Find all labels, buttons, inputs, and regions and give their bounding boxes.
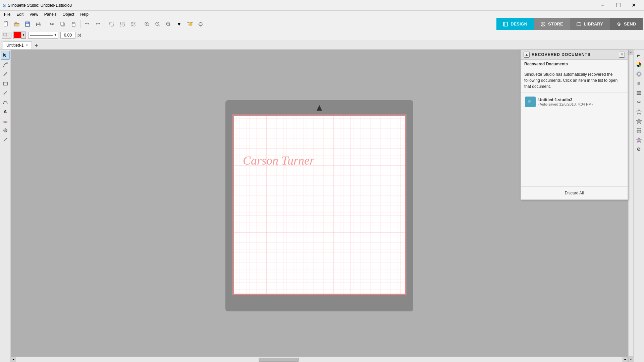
tab-close-button[interactable]: ✕ <box>25 44 28 47</box>
trace-panel-btn[interactable] <box>635 70 643 78</box>
canvas-design-text[interactable]: Carson Turner <box>243 154 314 168</box>
bezier-tool[interactable] <box>1 98 10 107</box>
crosshair-button[interactable] <box>196 19 205 29</box>
stroke-line-style[interactable]: ▼ <box>28 32 58 39</box>
hscroll-track[interactable] <box>16 357 623 362</box>
add-tab-button[interactable]: + <box>33 42 40 49</box>
vscroll-thumb[interactable] <box>628 55 633 357</box>
mat-feed-arrow: ▲ <box>315 102 324 113</box>
menu-object[interactable]: Object <box>60 11 77 17</box>
cut-settings-btn[interactable]: ✂ <box>635 98 643 107</box>
color-panel-btn[interactable] <box>635 60 643 69</box>
halftone-panel-btn[interactable]: ≡ <box>635 79 643 88</box>
cutting-mat: ▲ <box>225 100 413 311</box>
close-button[interactable]: ✕ <box>626 0 641 11</box>
svg-line-52 <box>4 92 7 94</box>
svg-rect-67 <box>637 93 641 94</box>
restore-button[interactable]: ❐ <box>610 0 626 11</box>
stroke-color-box[interactable] <box>14 32 21 38</box>
titlebar-controls: − ❐ ✕ <box>595 0 641 11</box>
document-tabs-row: Untitled-1 ✕ + <box>0 40 644 50</box>
svg-marker-70 <box>636 118 642 124</box>
delete-node-button[interactable] <box>118 19 127 29</box>
separator-4 <box>140 20 140 28</box>
save-button[interactable] <box>23 19 32 29</box>
menu-help[interactable]: Help <box>77 11 91 17</box>
zoom-fit-button[interactable] <box>164 19 173 29</box>
recovered-description: Silhouette Studio has automatically reco… <box>521 68 628 93</box>
rectangle-tool[interactable] <box>1 79 10 88</box>
discard-all-button[interactable]: Discard All <box>561 189 588 197</box>
pixel-tool[interactable]: px <box>635 51 643 60</box>
svg-rect-83 <box>528 101 531 102</box>
menu-view[interactable]: View <box>27 11 41 17</box>
settings-btn[interactable]: ⚙ <box>635 145 643 154</box>
nav-tab-store[interactable]: $ STORE <box>534 18 570 30</box>
svg-rect-82 <box>528 100 531 101</box>
stroke-width-input[interactable] <box>60 32 75 39</box>
menubar: File Edit View Panels Object Help <box>0 11 644 18</box>
node-tool[interactable] <box>1 60 10 69</box>
paste-button[interactable] <box>69 19 78 29</box>
stroke-style-selector[interactable] <box>2 32 11 39</box>
stroke-unit: pt <box>77 33 81 38</box>
hscroll-left-arrow[interactable]: ◄ <box>11 357 16 362</box>
pan-button[interactable]: ✋ <box>185 19 195 29</box>
undo-button[interactable] <box>83 19 92 29</box>
panel-close-button[interactable]: ✕ <box>619 52 625 58</box>
new-button[interactable] <box>1 19 11 29</box>
panels-btn[interactable] <box>635 88 643 97</box>
effects-btn[interactable] <box>635 107 643 116</box>
minimize-button[interactable]: − <box>595 0 610 11</box>
replicate-btn[interactable] <box>635 126 643 135</box>
svg-text:$: $ <box>542 23 544 26</box>
menu-edit[interactable]: Edit <box>14 11 26 17</box>
svg-point-72 <box>638 128 640 129</box>
group-button[interactable] <box>128 19 138 29</box>
svg-marker-69 <box>636 109 642 114</box>
svg-rect-84 <box>528 102 530 103</box>
line-tool-2[interactable] <box>1 70 10 78</box>
stroke-color-dropdown[interactable]: ▼ <box>21 32 26 39</box>
document-tab[interactable]: Untitled-1 ✕ <box>3 41 32 49</box>
svg-point-75 <box>638 130 640 131</box>
panel-collapse-button[interactable]: ▲ <box>524 52 530 58</box>
redo-button[interactable] <box>93 19 103 29</box>
menu-panels[interactable]: Panels <box>42 11 59 17</box>
rhinestones-btn[interactable] <box>635 135 643 144</box>
zoom-out-button[interactable] <box>153 19 162 29</box>
svg-point-48 <box>3 66 4 67</box>
select-all-button[interactable] <box>107 19 116 29</box>
svg-point-74 <box>637 130 638 131</box>
svg-rect-68 <box>637 94 641 95</box>
select-tool[interactable] <box>1 51 10 60</box>
mat-grid[interactable]: Carson Turner <box>232 114 407 295</box>
zoom-dropdown-button[interactable]: ▼ <box>174 19 184 29</box>
separator-3 <box>105 20 105 28</box>
vscroll-up-arrow[interactable]: ▲ <box>628 50 634 55</box>
nav-tab-design[interactable]: DESIGN <box>496 18 534 30</box>
svg-point-53 <box>3 94 4 95</box>
print-button[interactable] <box>34 19 43 29</box>
nav-tab-library[interactable]: LIBRARY <box>570 18 610 30</box>
weld-btn[interactable] <box>635 117 643 125</box>
recovered-item-name: Untitled-1.studio3 <box>538 98 593 102</box>
eraser-tool[interactable] <box>1 117 10 125</box>
eyedropper-tool[interactable] <box>1 126 10 135</box>
cut-button[interactable]: ✂ <box>47 19 57 29</box>
hscroll-right-arrow[interactable]: ► <box>623 357 628 362</box>
app-icon: S <box>3 3 6 8</box>
tab-label: Untitled-1 <box>6 43 23 48</box>
text-tool[interactable]: A <box>1 107 10 116</box>
copy-button[interactable] <box>58 19 67 29</box>
hscroll-thumb[interactable] <box>259 358 299 362</box>
recovered-item[interactable]: Untitled-1.studio3 (Auto-saved 12/8/2018… <box>524 95 625 109</box>
nav-tab-send[interactable]: SEND <box>610 18 643 30</box>
menu-file[interactable]: File <box>1 11 13 17</box>
open-button[interactable] <box>12 19 21 29</box>
knife-tool[interactable] <box>1 135 10 144</box>
zoom-in-button[interactable] <box>142 19 152 29</box>
svg-rect-9 <box>61 22 64 25</box>
pencil-tool[interactable] <box>1 88 10 97</box>
vscroll-down-arrow[interactable]: ▼ <box>628 357 634 362</box>
